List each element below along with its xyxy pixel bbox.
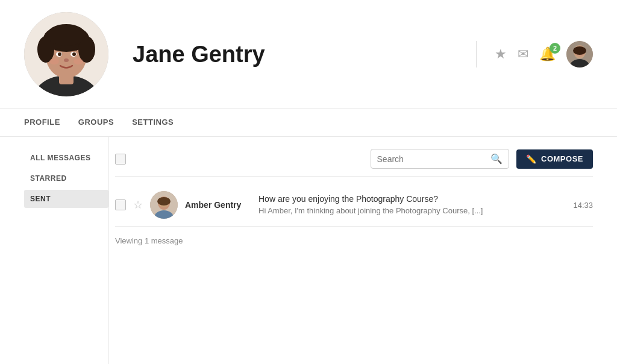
table-row[interactable]: ☆ Amber Gentry How are you enjoying the … <box>115 184 593 227</box>
main-content: ALL MESSAGES STARRED SENT 🔍 ✏️ COMPOSE ☆ <box>0 137 617 364</box>
svg-point-12 <box>72 52 76 56</box>
profile-avatar <box>24 12 108 96</box>
message-time: 14:33 <box>573 201 593 210</box>
svg-point-8 <box>47 24 86 46</box>
nav-settings[interactable]: SETTINGS <box>132 109 174 136</box>
message-toolbar: 🔍 ✏️ COMPOSE <box>115 149 593 177</box>
messages-button[interactable]: ✉ <box>518 46 528 62</box>
compose-edit-icon: ✏️ <box>526 154 537 164</box>
header-user-avatar[interactable] <box>566 41 593 67</box>
sidebar-all-messages[interactable]: ALL MESSAGES <box>24 149 108 167</box>
star-toggle[interactable]: ☆ <box>133 198 143 212</box>
search-icon: 🔍 <box>490 153 503 165</box>
main-nav: PROFILE GROUPS SETTINGS <box>0 109 617 137</box>
svg-point-20 <box>573 46 586 55</box>
sender-avatar <box>150 191 178 219</box>
svg-point-14 <box>49 58 59 64</box>
user-name: Jane Gentry <box>133 42 476 67</box>
mail-icon: ✉ <box>518 46 528 62</box>
svg-point-13 <box>64 58 69 62</box>
header: Jane Gentry ★ ✉ 🔔 2 <box>0 0 617 109</box>
select-all-checkbox[interactable] <box>115 154 126 165</box>
message-content: How are you enjoying the Photography Cou… <box>258 193 559 216</box>
message-area: 🔍 ✏️ COMPOSE ☆ <box>108 137 593 364</box>
svg-point-25 <box>157 197 171 206</box>
search-input[interactable] <box>377 154 486 164</box>
notifications-button[interactable]: 🔔 2 <box>539 46 556 62</box>
compose-label: COMPOSE <box>541 154 583 163</box>
header-actions: ★ ✉ 🔔 2 <box>476 41 593 67</box>
favorites-button[interactable]: ★ <box>495 46 507 62</box>
sidebar: ALL MESSAGES STARRED SENT <box>24 137 108 364</box>
message-sender: Amber Gentry <box>185 200 251 210</box>
compose-button[interactable]: ✏️ COMPOSE <box>516 149 593 169</box>
viewing-count: Viewing 1 message <box>115 227 593 255</box>
star-icon: ★ <box>495 46 507 62</box>
nav-groups[interactable]: GROUPS <box>78 109 114 136</box>
nav-profile[interactable]: PROFILE <box>24 109 60 136</box>
message-checkbox[interactable] <box>115 199 126 210</box>
svg-point-11 <box>58 52 61 56</box>
message-preview: Hi Amber, I'm thinking about joining the… <box>258 206 559 216</box>
message-subject: How are you enjoying the Photography Cou… <box>258 193 559 206</box>
svg-point-15 <box>74 58 83 64</box>
sidebar-starred[interactable]: STARRED <box>24 169 108 187</box>
search-box: 🔍 <box>371 149 509 169</box>
notification-count: 2 <box>550 43 560 54</box>
message-list: ☆ Amber Gentry How are you enjoying the … <box>115 184 593 227</box>
sidebar-sent[interactable]: SENT <box>24 190 108 208</box>
